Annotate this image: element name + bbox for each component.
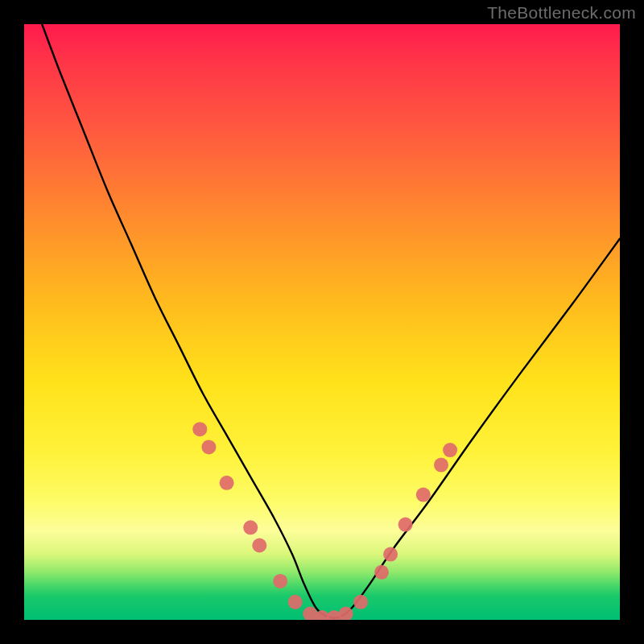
highlight-dots-group [192,422,457,620]
highlight-dot [288,595,303,609]
watermark-text: TheBottleneck.com [487,3,636,23]
bottleneck-curve [42,24,620,618]
gradient-plot-area [24,24,620,620]
highlight-dot [443,443,457,457]
highlight-dot [374,565,389,580]
highlight-dot [220,476,234,490]
highlight-dot [252,539,266,553]
highlight-dot [398,518,413,532]
highlight-dot [273,574,287,588]
highlight-dot [383,547,398,562]
highlight-dot [201,440,216,454]
highlight-dot [353,595,368,609]
chart-frame: TheBottleneck.com [0,0,644,644]
curve-svg [24,24,620,620]
highlight-dot [192,422,207,436]
highlight-dot [243,520,258,535]
highlight-dot [416,488,431,502]
highlight-dot [434,458,448,473]
